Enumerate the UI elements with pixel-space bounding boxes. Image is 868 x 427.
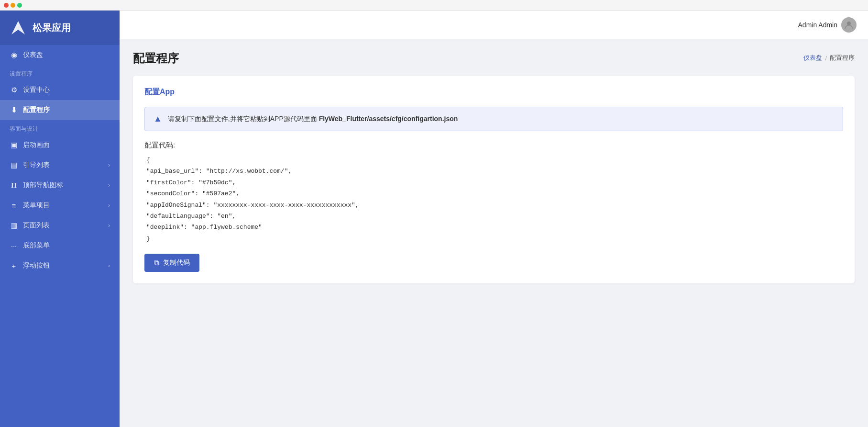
dashboard-icon: ◉: [10, 51, 18, 59]
sidebar-item-settings-center[interactable]: ⚙ 设置中心: [0, 80, 120, 100]
svg-point-1: [847, 22, 851, 25]
copy-button-label: 复制代码: [163, 258, 190, 267]
chevron-page-list: ›: [108, 222, 110, 229]
sidebar-item-menu-items[interactable]: ≡ 菜单项目 ›: [0, 195, 120, 215]
sidebar-item-dashboard[interactable]: ◉ 仪表盘: [0, 45, 120, 65]
header-user-name: Admin Admin: [798, 21, 837, 29]
browser-dot-red: [4, 3, 9, 8]
alert-text-path: FlyWeb_Flutter/assets/cfg/configartion.j…: [319, 115, 458, 123]
configure-app-icon: ⬇: [10, 106, 18, 114]
sidebar-item-label-menu-items: 菜单项目: [23, 201, 50, 210]
sidebar-section-design: 界面与设计: [0, 120, 120, 135]
sidebar-item-splash[interactable]: ▣ 启动画面: [0, 135, 120, 155]
code-line-8: }: [146, 233, 843, 244]
code-label: 配置代码:: [144, 141, 843, 150]
page-list-icon: ▥: [10, 221, 18, 230]
code-block: { "api_base_url": "http://xs.wobbt.com/"…: [144, 155, 843, 244]
page-header: 配置程序 仪表盘 / 配置程序: [133, 51, 855, 66]
menu-items-icon: ≡: [10, 202, 18, 210]
breadcrumb-home[interactable]: 仪表盘: [803, 54, 822, 62]
logo-icon: [10, 19, 27, 36]
sidebar-item-bottom-menu[interactable]: ··· 底部菜单: [0, 236, 120, 256]
sidebar-item-float-button[interactable]: + 浮动按钮 ›: [0, 256, 120, 276]
sidebar-item-top-nav[interactable]: H 顶部导航图标 ›: [0, 175, 120, 195]
avatar: [841, 17, 857, 33]
float-button-icon: +: [10, 262, 18, 270]
code-line-5: "appIdOneSignal": "xxxxxxxx-xxxx-xxxx-xx…: [146, 200, 843, 211]
sidebar-item-guide-list[interactable]: ▤ 引导列表 ›: [0, 155, 120, 175]
sidebar-item-label-page-list: 页面列表: [23, 221, 50, 230]
code-line-6: "defaultLanguage": "en",: [146, 211, 843, 222]
top-nav-icon: H: [10, 181, 18, 190]
sidebar-item-label-splash: 启动画面: [23, 141, 50, 149]
code-line-1: {: [146, 155, 843, 166]
alert-text: 请复制下面配置文件,并将它粘贴到APP源代码里面 FlyWeb_Flutter/…: [168, 115, 458, 124]
code-line-3: "firstColor": "#7b50dc",: [146, 177, 843, 188]
card-section-title: 配置App: [144, 87, 843, 97]
sidebar-item-label-configure-app: 配置程序: [23, 106, 50, 114]
chevron-float-button: ›: [108, 262, 110, 269]
sidebar-item-page-list[interactable]: ▥ 页面列表 ›: [0, 215, 120, 236]
sidebar-item-configure-app[interactable]: ⬇ 配置程序: [0, 100, 120, 120]
settings-center-icon: ⚙: [10, 86, 18, 94]
sidebar-section-settings: 设置程序: [0, 65, 120, 80]
chevron-top-nav: ›: [108, 182, 110, 189]
sidebar-logo[interactable]: 松果应用: [0, 11, 120, 45]
content-wrapper: Admin Admin 配置程序 仪表盘 / 配置程序: [120, 11, 868, 427]
bottom-menu-icon: ···: [10, 242, 18, 250]
sidebar-item-label-bottom-menu: 底部菜单: [23, 241, 50, 250]
svg-marker-0: [11, 21, 25, 34]
sidebar-item-label-dashboard: 仪表盘: [23, 51, 43, 59]
splash-icon: ▣: [10, 141, 18, 149]
alert-box: ▲ 请复制下面配置文件,并将它粘贴到APP源代码里面 FlyWeb_Flutte…: [144, 107, 843, 131]
page-title: 配置程序: [133, 51, 179, 66]
header-user: Admin Admin: [798, 17, 857, 33]
browser-bar: [0, 0, 868, 11]
code-line-2: "api_base_url": "http://xs.wobbt.com/",: [146, 166, 843, 177]
breadcrumb: 仪表盘 / 配置程序: [803, 54, 855, 62]
sidebar-item-label-guide-list: 引导列表: [23, 161, 50, 169]
chevron-guide-list: ›: [108, 162, 110, 169]
browser-dot-yellow: [11, 3, 15, 8]
copy-code-button[interactable]: ⧉ 复制代码: [144, 254, 199, 272]
browser-dot-green: [17, 3, 22, 8]
code-line-7: "deeplink": "app.flyweb.scheme": [146, 222, 843, 233]
alert-text-prefix: 请复制下面配置文件,并将它粘贴到APP源代码里面: [168, 115, 319, 123]
sidebar-logo-text: 松果应用: [33, 22, 71, 34]
guide-list-icon: ▤: [10, 161, 18, 169]
sidebar: 松果应用 ◉ 仪表盘 设置程序 ⚙ 设置中心 ⬇ 配置程序 界面与设计 ▣ 启动…: [0, 11, 120, 427]
chevron-menu-items: ›: [108, 202, 110, 209]
header: Admin Admin: [120, 11, 868, 39]
sidebar-item-label-float-button: 浮动按钮: [23, 261, 50, 270]
copy-icon: ⧉: [154, 258, 159, 267]
main-card: 配置App ▲ 请复制下面配置文件,并将它粘贴到APP源代码里面 FlyWeb_…: [133, 76, 855, 283]
app-container: 松果应用 ◉ 仪表盘 设置程序 ⚙ 设置中心 ⬇ 配置程序 界面与设计 ▣ 启动…: [0, 11, 868, 427]
breadcrumb-current: 配置程序: [830, 54, 855, 62]
breadcrumb-separator: /: [825, 55, 827, 62]
content-area: 配置程序 仪表盘 / 配置程序 配置App ▲ 请复制下面配置文件,并将它粘贴到…: [120, 39, 868, 427]
sidebar-item-label-settings-center: 设置中心: [23, 86, 50, 94]
code-line-4: "secondColor": "#597ae2",: [146, 188, 843, 199]
alert-triangle-icon: ▲: [154, 114, 162, 124]
sidebar-item-label-top-nav: 顶部导航图标: [23, 181, 63, 190]
